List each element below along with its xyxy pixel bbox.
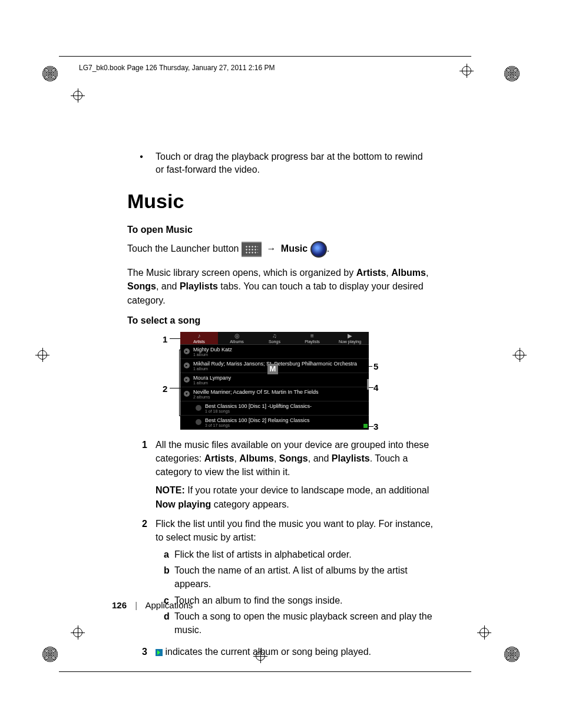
registration-mark	[459, 64, 474, 78]
expand-icon: ▸	[184, 348, 190, 354]
registration-mark	[35, 348, 49, 362]
album-icon	[196, 419, 201, 425]
album-row: Best Classics 100 [Disc 2] Relaxing Clas…	[180, 416, 369, 430]
callout-line	[170, 338, 180, 339]
subheading-open-music: To open Music	[127, 225, 434, 235]
numbered-steps: 1 All the music files available on your …	[127, 438, 434, 659]
crop-line	[59, 56, 471, 57]
artist-row: ▸ Moura Lympany1 album	[180, 373, 369, 387]
text: .	[327, 243, 329, 253]
running-header: LG7_bk0.book Page 126 Thursday, January …	[79, 64, 275, 72]
library-description: The Music library screen opens, which is…	[127, 266, 434, 307]
expand-icon: ▸	[184, 363, 190, 368]
callout-3: 3	[373, 421, 378, 431]
callout-5: 5	[373, 361, 378, 371]
callout-bracket	[179, 350, 180, 416]
substep-b: bTouch the name of an artist. A list of …	[164, 564, 434, 591]
subheading-select-song: To select a song	[127, 315, 434, 326]
crop-swirl	[504, 647, 520, 662]
registration-mark	[477, 625, 491, 640]
album-icon	[196, 405, 201, 411]
tab-albums: ◎Albums	[218, 332, 256, 345]
substep-c: cTouch an album to find the songs inside…	[164, 594, 434, 607]
note-label: NOTE:	[156, 485, 185, 495]
annotated-screenshot: 1 2 5 4 3 ♪Artists ◎Albums ♫Songs ≡Playl…	[127, 332, 434, 430]
crop-swirl	[504, 66, 520, 81]
crop-swirl	[42, 647, 58, 662]
scrollbar-thumb	[367, 379, 369, 390]
registration-mark	[71, 88, 85, 103]
step-3: 3 indicates the current album or song be…	[127, 645, 434, 658]
arrow-icon: →	[266, 243, 276, 253]
footer-section: Applications	[145, 600, 193, 610]
launcher-icon	[242, 242, 262, 257]
substep-d: dTouch a song to open the music playback…	[164, 610, 434, 637]
album-row: Best Classics 100 [Disc 1] -Uplifting Cl…	[180, 401, 369, 416]
callout-4: 4	[373, 383, 378, 393]
page-content: • Touch or drag the playback progress ba…	[127, 150, 434, 664]
registration-mark	[513, 348, 527, 362]
crop-line	[59, 671, 471, 672]
callout-1: 1	[163, 334, 167, 344]
open-music-instruction: Touch the Launcher button → Music .	[127, 241, 434, 258]
tab-now-playing: ▶Now playing	[331, 332, 369, 345]
bullet-marker: •	[127, 150, 156, 176]
artist-row: ▾ Neville Marriner; Academy Of St. Marti…	[180, 387, 369, 401]
bullet-text: Touch or drag the playback progress bar …	[156, 150, 434, 176]
manual-page: LG7_bk0.book Page 126 Thursday, January …	[0, 0, 562, 728]
expand-icon: ▸	[184, 377, 190, 383]
music-icon	[310, 241, 327, 258]
crop-swirl	[42, 66, 58, 81]
music-label: Music	[281, 243, 308, 253]
callout-2: 2	[163, 384, 167, 394]
footer-separator: |	[135, 600, 137, 610]
registration-mark	[71, 625, 85, 640]
text: Touch the Launcher button	[127, 243, 242, 253]
page-footer: 126 | Applications	[112, 600, 193, 610]
step-1: 1 All the music files available on your …	[127, 438, 434, 511]
section-title: Music	[127, 190, 434, 213]
collapse-icon: ▾	[184, 391, 190, 397]
substep-a: aFlick the list of artists in alphabetic…	[164, 548, 434, 561]
play-indicator-icon	[156, 649, 163, 656]
tab-playlists: ≡Playlists	[293, 332, 331, 345]
index-letter-overlay: M	[267, 364, 278, 374]
music-tabs: ♪Artists ◎Albums ♫Songs ≡Playlists ▶Now …	[180, 332, 369, 345]
device-screenshot: ♪Artists ◎Albums ♫Songs ≡Playlists ▶Now …	[180, 332, 369, 430]
step-2: 2 Flick the list until you find the musi…	[127, 517, 434, 640]
artist-row: ▸ Mighty Dub Katz1 album	[180, 345, 369, 359]
bullet-item: • Touch or drag the playback progress ba…	[127, 150, 434, 176]
page-number: 126	[112, 600, 127, 610]
tab-artists: ♪Artists	[180, 332, 218, 345]
now-playing-indicator-icon	[363, 424, 368, 428]
tab-songs: ♫Songs	[256, 332, 293, 345]
